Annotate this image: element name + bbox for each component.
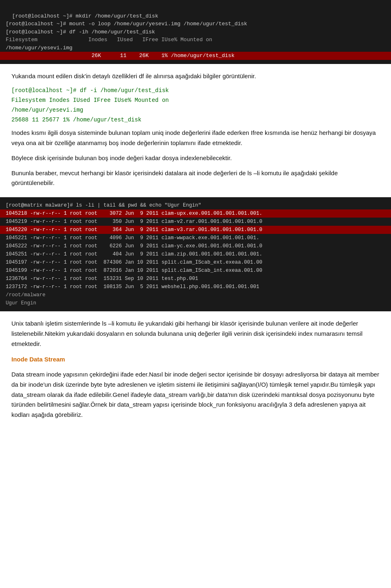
- ls-footer-1: /root/malware: [6, 292, 46, 298]
- terminal-ls: [root@matrix malware]# ls -li | tail && …: [0, 197, 391, 311]
- ls-row-4: 1045221 -rw-r--r-- 1 root root 4096 Jun …: [6, 235, 259, 241]
- ls-header: [root@matrix malware]# ls -li | tail && …: [6, 203, 201, 208]
- intro-text: Yukarıda mount edilen disk'in detaylı öz…: [11, 71, 380, 81]
- ls-row-7: 1045197 -rw-r--r-- 1 root root 874306 Ja…: [6, 260, 262, 265]
- inode-para-1: Data stream inode yapısının çekirdeğini …: [11, 370, 380, 420]
- para-unix: Unix tabanlı işletim sistemlerinde ls –l…: [11, 319, 380, 349]
- cmd-line-green: [root@localhost ~]# df -i /home/ugur/tes…: [11, 86, 380, 96]
- bottom-prose: Unix tabanlı işletim sistemlerinde ls –l…: [0, 311, 391, 429]
- terminal-line-2: [root@localhost ~]# mount -o loop /home/…: [6, 21, 247, 27]
- ls-row-1: 1045218 -rw-r--r-- 1 root root 3072 Jun …: [0, 209, 391, 218]
- ls-row-10: 1237172 -rw-r--r-- 1 root root 108135 Ju…: [6, 284, 259, 290]
- ls-row-2: 1045219 -rw-r--r-- 1 root root 350 Jun 9…: [6, 219, 262, 225]
- terminal-line-4: Filesystem Inodes IUsed IFree IUse% Moun…: [6, 37, 212, 43]
- ls-footer-2: Ugur Engin: [6, 300, 36, 306]
- command-block: [root@localhost ~]# df -i /home/ugur/tes…: [11, 86, 380, 125]
- terminal-line-5: /home/ugur/yesevi.img: [6, 45, 72, 51]
- para2: Böylece disk içerisinde bulunan boş inod…: [11, 153, 380, 163]
- terminal-top: [root@localhost ~]# mkdir /home/ugur/tes…: [0, 0, 391, 64]
- cmd-data-line: 25688 11 25677 1% /home/ugur/test_disk: [11, 115, 380, 125]
- ls-row-6: 1045251 -rw-r--r-- 1 root root 404 Jun 9…: [6, 251, 262, 257]
- intro-section: Yukarıda mount edilen disk'in detaylı öz…: [0, 64, 391, 198]
- terminal-line-3: [root@localhost ~]# df -ih /home/ugur/te…: [6, 29, 155, 35]
- para1: Inodes kısmı ilgili dosya sisteminde bul…: [11, 128, 380, 148]
- terminal-highlight-row: 26K 11 26K 1% /home/ugur/test_disk: [0, 52, 391, 60]
- ls-row-5: 1045222 -rw-r--r-- 1 root root 6226 Jun …: [6, 243, 262, 249]
- cmd-fs-line: /home/ugur/yesevi.img: [11, 106, 380, 115]
- ls-row-9: 1236764 -rw-r--r-- 1 root root 153231 Se…: [6, 276, 198, 282]
- terminal-line-1: [root@localhost ~]# mkdir /home/ugur/tes…: [12, 13, 158, 19]
- inode-heading: Inode Data Stream: [11, 355, 380, 365]
- ls-row-8: 1045199 -rw-r--r-- 1 root root 872016 Ja…: [6, 268, 262, 273]
- cmd-header: Filesystem Inodes IUsed IFree IUse% Moun…: [11, 96, 380, 106]
- para3: Bununla beraber, mevcut herhangi bir kla…: [11, 168, 380, 189]
- ls-row-3: 1045220 -rw-r--r-- 1 root root 364 Jun 9…: [0, 226, 391, 234]
